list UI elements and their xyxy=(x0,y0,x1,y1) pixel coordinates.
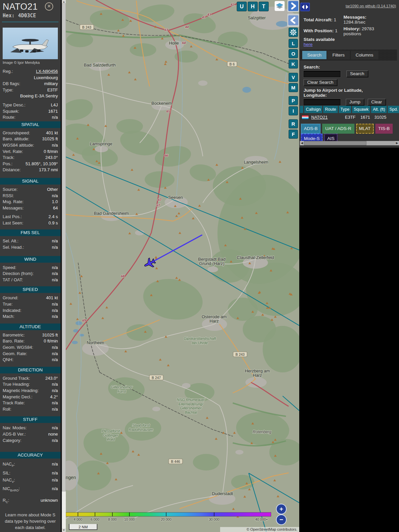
luxembourg-flag-icon xyxy=(302,115,309,119)
map-button-T[interactable]: T xyxy=(259,2,269,11)
map-button-R[interactable]: R xyxy=(289,119,298,128)
data-row: Luxembourg xyxy=(3,75,58,81)
legend-chip-uat-ads-r[interactable]: UAT / ADS-R xyxy=(322,124,354,134)
table-header-Type[interactable]: Type xyxy=(339,106,351,113)
callsign-link[interactable]: NATO21 xyxy=(311,115,328,120)
data-row: Ground:401 kt xyxy=(3,295,58,301)
search-input[interactable] xyxy=(304,71,340,77)
map-button-K[interactable]: K xyxy=(289,60,298,68)
data-row-label: Ground Track: xyxy=(3,375,30,382)
sidebar-hide-button[interactable] xyxy=(288,15,298,25)
map-button-O[interactable]: O xyxy=(289,49,298,58)
table-header-Alt. (ft)[interactable]: Alt. (ft) xyxy=(371,106,387,113)
legend-chip-tis-b[interactable]: TIS-B xyxy=(375,124,393,134)
tab-filters[interactable]: Filters xyxy=(328,51,350,59)
table-header-Route[interactable]: Route xyxy=(323,106,337,113)
map-canvas[interactable]: B 243B 6B 243B 247B 44642434344636465666… xyxy=(66,0,299,532)
data-row: QNH:n/a xyxy=(3,357,58,363)
section-rows: Groundspeed:401 ktBaro. altitude:31025 f… xyxy=(3,130,58,173)
legend-chip-ads-b[interactable]: ADS-B xyxy=(301,124,321,134)
town-label: Salzgitter xyxy=(248,15,266,20)
section-header-wind: WIND xyxy=(0,256,61,263)
map-button-F[interactable]: F xyxy=(289,130,298,139)
data-row-value: 31025 ft xyxy=(29,136,58,142)
aircraft-photo[interactable] xyxy=(3,28,58,59)
scroll-left-arrow[interactable]: ◀ xyxy=(300,141,304,145)
table-header-Squawk[interactable]: Squawk xyxy=(352,106,370,113)
data-row-label: TAT / OAT: xyxy=(3,277,23,283)
altitude-legend-label: 20 000 xyxy=(161,517,172,521)
map-button-P[interactable]: P xyxy=(289,96,298,105)
data-row: NACV:n/a xyxy=(3,476,58,485)
table-header-icon[interactable] xyxy=(300,106,303,113)
data-row-value: 0.9 s xyxy=(23,220,58,226)
altitude-color-legend xyxy=(66,512,271,516)
protected-area-label: Gipskarstlandschaft xyxy=(184,336,216,340)
table-header-Callsign[interactable]: Callsign xyxy=(304,106,322,113)
map-button-U[interactable]: U xyxy=(237,2,247,11)
data-row: RC:unknown xyxy=(3,497,58,506)
scroll-down-arrow[interactable]: ▼ xyxy=(62,528,66,532)
left-panel-scrollbar[interactable]: ▲ ▼ xyxy=(62,0,66,532)
table-header-Spd.[interactable]: Spd. xyxy=(388,106,399,113)
layers-icon[interactable] xyxy=(275,1,285,11)
table-row[interactable]: NATO21E3TF167131025 xyxy=(300,114,399,120)
protected-area-label: Ellerniederung/ xyxy=(179,402,203,406)
urban-area xyxy=(207,266,218,272)
data-row-label: Pos.: xyxy=(3,161,13,167)
data-row-label: WGS84 altitude: xyxy=(3,142,34,149)
settings-gear-icon[interactable] xyxy=(289,28,298,37)
panel-toggle-arrows-icon[interactable] xyxy=(300,3,310,11)
table-cell: NATO21 xyxy=(310,114,329,120)
forest-patch xyxy=(209,249,249,283)
jump-clear-button[interactable]: Clear xyxy=(368,99,386,106)
stats-here-link[interactable]: here xyxy=(304,42,313,47)
tar1090-github-link[interactable]: tar1090 on github (3.14.1740) xyxy=(345,4,396,8)
map-button-L[interactable]: L xyxy=(289,39,298,48)
table-cell: E3TF xyxy=(343,114,357,120)
data-row-value: 64 xyxy=(24,205,58,211)
data-row-value[interactable]: LX-N90456 xyxy=(13,68,58,75)
data-row: DB flags:military xyxy=(3,81,58,87)
section-header-stuff: STUFF xyxy=(0,416,61,423)
data-row-value: 243.0° xyxy=(30,375,58,382)
data-row-value: unknown xyxy=(9,497,58,506)
data-row-label: RC: xyxy=(3,497,9,506)
clear-search-button[interactable]: Clear Search xyxy=(304,79,337,86)
data-row-value: none xyxy=(26,431,58,438)
map-button-M[interactable]: M xyxy=(289,83,298,92)
data-row-value: n/a xyxy=(30,381,58,388)
map-button-H[interactable]: H xyxy=(248,2,258,11)
data-row-value: 0 ft/min xyxy=(25,338,58,344)
data-row-value: n/a xyxy=(10,469,58,476)
data-row-label: Nav. Modes: xyxy=(3,425,27,431)
map-button-V[interactable]: V xyxy=(289,73,298,82)
sidebar-show-button[interactable] xyxy=(288,1,298,11)
jump-button[interactable]: Jump xyxy=(346,99,364,106)
data-row: Route:n/a xyxy=(3,114,58,121)
data-row-label: NICBARO: xyxy=(3,485,20,494)
scroll-right-arrow[interactable]: ▶ xyxy=(395,141,399,145)
data-row-value: 51.805°, 10.109° xyxy=(13,161,58,167)
legend-chip-mlat[interactable]: MLAT xyxy=(356,124,374,134)
section-rows: Nav. Modes:n/aADS-B Ver.:noneCategory:n/… xyxy=(3,425,58,444)
map-button-I[interactable]: I xyxy=(289,106,298,115)
osm-attribution[interactable]: © OpenStreetMap contributors. xyxy=(247,527,297,531)
tab-search[interactable]: Search xyxy=(302,51,327,59)
close-icon[interactable]: ✕ xyxy=(45,2,53,11)
table-horizontal-scrollbar[interactable]: ◀ ▶ xyxy=(300,141,399,145)
data-row: Msg. Rate:1.0 xyxy=(3,199,58,205)
hscroll-thumb[interactable] xyxy=(304,141,366,145)
scrollbar-thumb[interactable] xyxy=(62,3,66,491)
search-button[interactable]: Search xyxy=(346,70,368,77)
jump-input[interactable] xyxy=(304,99,340,105)
mode-s-footnote: Learn more about Mode Sdata type by hove… xyxy=(3,512,58,531)
data-row: Type:E3TF xyxy=(3,87,58,93)
data-row: Sel. Head.:n/a xyxy=(3,244,58,251)
data-row-value: n/a xyxy=(34,271,58,277)
data-row-label: RSSI: xyxy=(3,193,14,199)
data-row: Baro. altitude:31025 ft xyxy=(3,136,58,142)
tab-columns[interactable]: Columns xyxy=(351,51,378,59)
section-rows: Speed:n/aDirection (from):n/aTAT / OAT:n… xyxy=(3,265,58,283)
data-row-value: Luxembourg xyxy=(3,75,58,81)
